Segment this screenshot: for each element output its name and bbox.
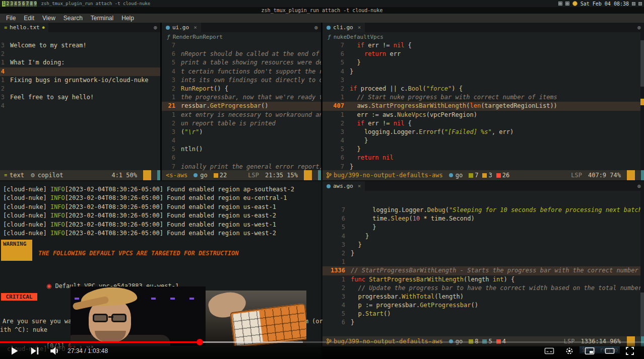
code-line[interactable]: 6nReport should be called at the end of …	[162, 50, 321, 58]
code-line[interactable]: 3 logging.Logger.Errorf("[Failed] %s", e…	[323, 128, 644, 136]
scrollbar[interactable]	[640, 32, 644, 170]
tab-close-icon[interactable]: ×	[358, 183, 361, 189]
tray-icon-2[interactable]	[638, 2, 642, 6]
cursor-position: 407:9 74%	[588, 172, 621, 179]
code-line[interactable]: 2if proceed || c.Bool("force") {	[323, 85, 644, 93]
subtitles-button[interactable]	[539, 343, 559, 359]
code-line[interactable]: 6 return err	[323, 50, 644, 58]
window-list[interactable]: 123456789	[2, 1, 37, 7]
code-line[interactable]: 1 err := aws.NukeVpcs(vpcPerRegion)	[323, 111, 644, 119]
code-line[interactable]: 1func StartProgressBarWithLength(length …	[323, 275, 644, 284]
ui-editor[interactable]: 76nReport should be called at the end of…	[162, 41, 321, 171]
code-line[interactable]: 4	[162, 136, 321, 145]
menu-view[interactable]: View	[38, 15, 59, 22]
code-line[interactable]: 3Feel free to say hello!	[0, 93, 160, 102]
code-line[interactable]: 3Welcome to my stream!	[0, 41, 160, 50]
code-line[interactable]: 2}	[323, 249, 644, 258]
code-line[interactable]: 5 }	[323, 58, 644, 67]
play-button[interactable]	[4, 343, 24, 359]
filetype-label: text	[10, 172, 24, 179]
code-line[interactable]: 3("\r")	[162, 128, 321, 136]
git-branch[interactable]: bug/399-no-output-defaults-aws	[327, 172, 443, 179]
tab-ui-go[interactable]: ui.go ×	[162, 23, 201, 32]
code-line[interactable]: 4 }	[323, 232, 644, 241]
cli-editor[interactable]: 7 if err != nil {6 return err5 }4}32if p…	[323, 41, 644, 171]
pane-close-icon[interactable]: ⊗	[637, 183, 644, 190]
code-line[interactable]: 7 logging.Logger.Debug("Sleeping for 10 …	[323, 206, 644, 214]
code-line[interactable]: 6 return nil	[323, 154, 644, 162]
code-line[interactable]: 4 p := progressbar.GetProgressbar()	[323, 301, 644, 310]
menu-help[interactable]: Help	[117, 15, 138, 22]
pane-close-icon[interactable]: ⊗	[154, 24, 160, 31]
code-line[interactable]: 1336// StartProgressBarWithLength - Star…	[323, 266, 644, 275]
code-line[interactable]: 1	[323, 258, 644, 266]
code-line[interactable]: 7 if err != nil {	[323, 41, 644, 50]
code-line[interactable]: 2	[0, 50, 160, 58]
code-line[interactable]: 4	[0, 67, 160, 76]
pane-close-icon[interactable]: ⊗	[637, 24, 644, 31]
pane-close-icon[interactable]: ⊗	[314, 24, 321, 31]
code-line[interactable]: 1Fixing bugs in gruntwork-io/cloud-nuke	[0, 76, 160, 85]
code-line[interactable]: 3ints its own findings out directly to o…	[162, 76, 321, 85]
code-line[interactable]: 7	[162, 41, 321, 50]
scrollbar[interactable]	[640, 191, 644, 336]
window-chip[interactable]: 9	[34, 1, 37, 7]
window-chip[interactable]: 5	[18, 1, 21, 7]
code-line[interactable]: 3	[323, 76, 644, 85]
code-line[interactable]: 5 }	[323, 223, 644, 232]
code-line[interactable]: 6 time.Sleep(10 * time.Second)	[323, 214, 644, 223]
settings-gear-button[interactable]	[559, 343, 579, 359]
code-line[interactable]: 21ressbar.GetProgressbar()	[162, 102, 321, 110]
code-line[interactable]: 5print a table showing resources were de…	[162, 58, 321, 67]
code-line[interactable]: 6	[162, 154, 321, 162]
tab-cli-go[interactable]: cli.go ×	[323, 23, 365, 32]
code-line[interactable]: 4t certain functions don't support the r…	[162, 67, 321, 76]
code-line[interactable]: 6}	[323, 318, 644, 327]
window-chip[interactable]: 4	[14, 1, 17, 7]
next-button[interactable]	[24, 343, 44, 359]
code-line[interactable]: 2un report table is printed	[162, 119, 321, 128]
window-chip[interactable]: 8	[30, 1, 33, 7]
tab-hello-txt[interactable]: ≡ hello.txt ●	[0, 23, 48, 32]
code-line[interactable]: 5 }	[323, 145, 644, 154]
miniplayer-button[interactable]	[579, 343, 600, 359]
code-line[interactable]: 1What I'm doing:	[0, 58, 160, 67]
code-line[interactable]: 5 p.Start()	[323, 310, 644, 318]
code-line[interactable]: 5ntln()	[162, 145, 321, 154]
window-chip[interactable]: 7	[26, 1, 29, 7]
tab-close-icon[interactable]: ×	[194, 24, 197, 31]
code-line[interactable]: 3 progressbar.WithTotal(length)	[323, 293, 644, 301]
fullscreen-button[interactable]	[620, 343, 640, 359]
code-line[interactable]: 1ext entry is necessary to workaround an…	[162, 111, 321, 119]
tab-close-icon[interactable]: ×	[358, 24, 361, 31]
hello-editor[interactable]: 3Welcome to my stream!21What I'm doing:4…	[0, 41, 160, 111]
menu-terminal[interactable]: Terminal	[87, 15, 117, 22]
window-chip[interactable]: 1	[2, 1, 6, 7]
code-line[interactable]: 2	[0, 85, 160, 93]
menu-file[interactable]: File	[2, 15, 20, 22]
window-chip[interactable]: 3	[10, 1, 14, 7]
code-line[interactable]: 2 if err != nil {	[323, 119, 644, 128]
code-line[interactable]: 1 // Start nuke progress bar with correc…	[323, 93, 644, 102]
code-line[interactable]: 4 }	[323, 136, 644, 145]
window-chip[interactable]: 6	[22, 1, 25, 7]
layout-grid-icon[interactable]	[558, 2, 562, 6]
tray-icon-1[interactable]	[632, 2, 635, 6]
layout-grid-icon-2[interactable]	[565, 2, 569, 6]
tab-aws-go[interactable]: aws.go ×	[323, 181, 365, 191]
code-line[interactable]: 1the progressbar, now that we're ready t…	[162, 93, 321, 102]
code-line[interactable]: 407 aws.StartProgressBarWithLength(len(t…	[323, 102, 644, 110]
code-line[interactable]: 4}	[323, 67, 644, 76]
menu-edit[interactable]: Edit	[20, 15, 38, 22]
window-titlebar[interactable]: zsh_tmux_plugin_run attach -t cloud-nuke	[0, 7, 644, 14]
git-branch[interactable]: <s-aws	[166, 172, 187, 179]
aws-editor[interactable]: 7 logging.Logger.Debug("Sleeping for 10 …	[323, 206, 644, 327]
window-chip[interactable]: 2	[6, 1, 10, 7]
theater-mode-button[interactable]	[600, 343, 620, 359]
code-line[interactable]: 4	[0, 102, 160, 110]
code-line[interactable]: 2RunReport() {	[162, 85, 321, 93]
code-line[interactable]: 2 // Update the progress bar to have the…	[323, 284, 644, 293]
menu-search[interactable]: Search	[59, 15, 87, 22]
volume-button[interactable]	[44, 343, 65, 359]
code-line[interactable]: 3 }	[323, 241, 644, 249]
